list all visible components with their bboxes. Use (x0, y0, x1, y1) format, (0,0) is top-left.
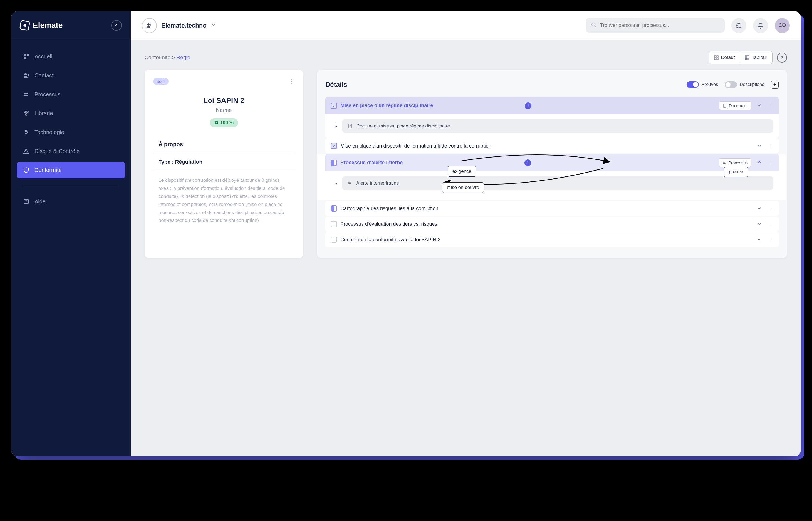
nav-risque[interactable]: Risque & Contrôle (17, 143, 125, 159)
evidence-item[interactable]: Document mise en place régime disciplina… (342, 119, 773, 133)
svg-rect-1 (27, 54, 29, 56)
requirement-header[interactable]: Processus d'évaluation des tiers vs. ris… (325, 217, 779, 231)
nav-conformite[interactable]: Conformité (17, 162, 125, 178)
requirement-header[interactable]: ✓ Mise en place d'un régime disciplinair… (325, 97, 779, 114)
nav-technologie[interactable]: Technologie (17, 124, 125, 140)
checkbox-checked-icon[interactable]: ✓ (331, 143, 337, 149)
more-icon[interactable]: ⋮ (767, 222, 773, 226)
nav-librarie[interactable]: Librarie (17, 105, 125, 121)
svg-rect-21 (723, 104, 726, 108)
svg-point-6 (25, 114, 27, 115)
nav-label: Librarie (34, 110, 53, 117)
nav-label: Conformité (34, 167, 62, 174)
checkbox-partial-icon[interactable] (331, 205, 337, 211)
chevron-down-icon[interactable] (755, 103, 764, 108)
more-icon[interactable]: ⋮ (767, 237, 773, 242)
view-default-button[interactable]: Défaut (709, 51, 740, 64)
toggle-preuves[interactable]: Preuves (687, 81, 718, 88)
more-icon[interactable]: ⋮ (767, 143, 773, 148)
chevron-down-icon[interactable] (755, 206, 764, 211)
requirement-header[interactable]: Cartographie des risques liés à la corru… (325, 201, 779, 216)
logo-icon: e (19, 20, 30, 30)
bell-icon (758, 23, 764, 29)
requirement-header[interactable]: ✓ Mise en place d'un dispositif de forma… (325, 138, 779, 153)
document-icon (723, 104, 726, 108)
svg-point-13 (738, 25, 738, 26)
view-table-button[interactable]: Tableur (740, 51, 772, 64)
process-icon (722, 161, 726, 165)
svg-point-3 (24, 73, 27, 75)
more-button[interactable]: ⋮ (289, 78, 295, 85)
requirement-title: Mise en place d'un dispositif de formati… (340, 143, 544, 149)
more-icon[interactable]: ⋮ (767, 161, 773, 165)
nav: Accueil Contact Processus Librarie Techn… (11, 40, 131, 218)
checkbox-empty-icon[interactable] (331, 221, 337, 227)
requirement-item: Cartographie des risques liés à la corru… (325, 201, 779, 216)
process-icon (23, 91, 29, 98)
svg-rect-7 (25, 131, 27, 133)
nav-processus[interactable]: Processus (17, 86, 125, 103)
nav-label: Technologie (34, 129, 64, 136)
shield-check-icon (214, 120, 219, 125)
checkbox-partial-icon[interactable] (331, 160, 337, 166)
tag-document[interactable]: Document (719, 101, 751, 110)
svg-point-14 (739, 25, 739, 26)
search-box[interactable] (586, 18, 725, 32)
nav-label: Aide (34, 199, 46, 205)
help-button[interactable]: ? (777, 52, 787, 63)
library-icon (23, 110, 29, 117)
requirement-title: Processus d'alerte interne (340, 160, 521, 165)
nav-contact[interactable]: Contact (17, 67, 125, 84)
toggle-descriptions[interactable]: Descriptions (725, 81, 764, 88)
requirement-header[interactable]: Processus d'alerte interne 1 Processus ⋮ (325, 154, 779, 172)
requirement-header[interactable]: Contrôle de la conformité avec la loi SA… (325, 232, 779, 247)
tag-processus[interactable]: Processus (719, 158, 751, 167)
collapse-sidebar-button[interactable] (111, 20, 122, 30)
chat-button[interactable] (731, 18, 746, 33)
content-header: Conformité > Règle Défaut Tableur (145, 51, 787, 64)
details-panel: Détails Preuves Descriptions + (317, 70, 787, 258)
nav-accueil[interactable]: Accueil (17, 48, 125, 65)
toggle-switch[interactable] (725, 81, 737, 88)
count-badge: 1 (525, 103, 531, 109)
rule-description: Le dispositif anticorruption est déployé… (153, 177, 295, 225)
evidence-row: ↳ Alerte interne fraude (325, 172, 779, 195)
evidence-item[interactable]: Alerte interne fraude (342, 177, 773, 190)
user-avatar[interactable]: CO (775, 18, 790, 33)
nav-label: Risque & Contrôle (34, 148, 79, 155)
process-icon (348, 181, 352, 185)
search-input[interactable] (600, 23, 719, 28)
progress-badge: 100 % (210, 118, 238, 127)
toggle-switch[interactable] (687, 81, 699, 88)
view-controls: Défaut Tableur ? (709, 51, 787, 64)
org-name: Elemate.techno (161, 22, 207, 29)
notifications-button[interactable] (753, 18, 768, 33)
more-icon[interactable]: ⋮ (767, 104, 773, 108)
person-icon (23, 72, 29, 79)
org-selector[interactable]: Elemate.techno (142, 18, 216, 33)
checkbox-checked-icon[interactable]: ✓ (331, 103, 337, 109)
breadcrumb-root[interactable]: Conformité (145, 54, 170, 61)
chevron-down-icon[interactable] (755, 237, 764, 243)
logo: e Elemate (20, 21, 63, 30)
chevron-up-icon[interactable] (755, 160, 764, 165)
details-header: Détails Preuves Descriptions + (325, 81, 779, 89)
svg-text:?: ? (25, 200, 27, 203)
nav-label: Processus (34, 91, 61, 98)
more-icon[interactable]: ⋮ (767, 206, 773, 211)
requirement-title: Cartographie des risques liés à la corru… (340, 206, 544, 211)
app-shell: e Elemate Accueil Contact Processus (11, 11, 801, 456)
checkbox-empty-icon[interactable] (331, 236, 337, 243)
table-icon (745, 55, 749, 60)
svg-rect-0 (24, 54, 26, 56)
add-button[interactable]: + (771, 81, 779, 89)
main: Elemate.techno CO Conformité > (131, 11, 801, 456)
requirement-title: Mise en place d'un régime disciplinaire (340, 103, 521, 109)
requirement-item: Contrôle de la conformité avec la loi SA… (325, 232, 779, 247)
requirement-item: ✓ Mise en place d'un dispositif de forma… (325, 138, 779, 153)
chevron-down-icon[interactable] (755, 222, 764, 227)
subitem-arrow-icon: ↳ (334, 180, 338, 186)
evidence-title: Alerte interne fraude (356, 180, 399, 186)
nav-aide[interactable]: ? Aide (17, 193, 125, 210)
chevron-down-icon[interactable] (755, 143, 764, 149)
